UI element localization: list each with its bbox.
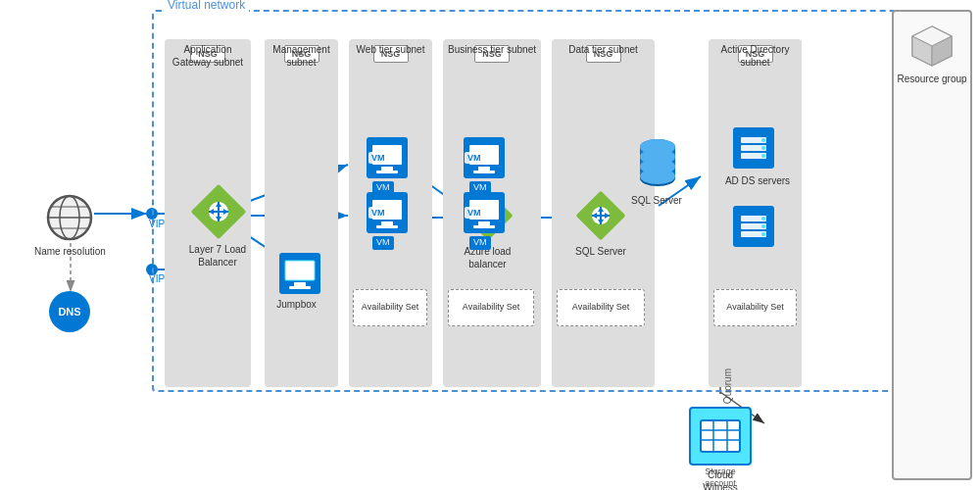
svg-point-82 <box>761 146 765 150</box>
adds-vm1-icon <box>733 127 774 171</box>
subnet-app-gateway-label: Application Gateway subnet <box>165 43 251 69</box>
quorum-label: Quorum <box>721 368 734 404</box>
web-avail-set-label: Availability Set <box>362 302 418 314</box>
azure-lb2-label: SQL Server <box>562 245 640 258</box>
sql-server-icon <box>637 137 678 190</box>
virtual-network-label: Virtual network <box>164 0 249 12</box>
subnet-web-tier-label: Web tier subnet <box>357 43 425 56</box>
svg-rect-56 <box>478 167 490 171</box>
svg-point-90 <box>761 232 765 236</box>
cloud-witness-container: Cloud Witness Storage account <box>689 407 752 466</box>
svg-text:DNS: DNS <box>58 306 80 318</box>
resource-group: Resource group <box>892 10 972 480</box>
biz-vm2-text: VM <box>465 207 484 219</box>
svg-rect-44 <box>381 221 393 225</box>
layer7-lb-label: Layer 7 Load Balancer <box>178 243 257 269</box>
sql-server-label: SQL Server <box>627 194 686 207</box>
svg-rect-41 <box>376 171 398 173</box>
adds-label: AD DS servers <box>722 174 793 187</box>
ad-avail-set-label: Availability Set <box>726 302 783 314</box>
biz-vm2-label: VM <box>469 236 491 250</box>
biz-avail-set-label: Availability Set <box>463 302 519 314</box>
subnet-management-label: Management subnet <box>265 43 338 69</box>
svg-rect-36 <box>294 282 306 286</box>
svg-point-83 <box>761 154 765 158</box>
data-avail-set-label: Availability Set <box>572 302 629 314</box>
storage-account-label: Storage account <box>689 466 752 489</box>
svg-rect-60 <box>478 221 490 225</box>
svg-point-89 <box>761 224 765 228</box>
subnet-ad-label: Active Directory subnet <box>709 43 802 69</box>
globe-icon <box>44 192 95 245</box>
svg-rect-57 <box>473 171 495 173</box>
svg-rect-45 <box>376 225 398 228</box>
svg-rect-37 <box>289 286 311 289</box>
name-resolution-label: Name resolution <box>34 245 106 258</box>
adds-vm2-icon <box>733 206 774 249</box>
jumpbox-label: Jumpbox <box>270 298 323 311</box>
svg-point-81 <box>761 138 765 142</box>
resource-group-label: Resource group <box>894 73 970 85</box>
svg-point-88 <box>761 217 765 220</box>
svg-rect-40 <box>381 167 393 171</box>
dns-icon: DNS <box>47 289 92 336</box>
web-vm2-label: VM <box>372 236 394 250</box>
data-availability-set: Availability Set <box>557 289 645 326</box>
subnet-business-label: Business tier subnet <box>448 43 536 56</box>
subnet-management: Management subnet NSG <box>265 39 338 387</box>
biz-availability-set: Availability Set <box>448 289 534 326</box>
ad-availability-set: Availability Set <box>713 289 797 326</box>
svg-rect-95 <box>701 420 740 452</box>
subnet-data-label: Data tier subnet <box>568 43 638 56</box>
svg-rect-34 <box>285 261 315 280</box>
svg-rect-61 <box>473 225 495 228</box>
architecture-diagram: Name resolution VIP VIP DNS Virtual netw… <box>0 0 980 490</box>
web-vm1-text: VM <box>368 152 388 164</box>
cloud-witness-icon <box>689 407 752 466</box>
resource-group-icon <box>907 22 956 73</box>
jumpbox-vm-icon <box>279 253 320 296</box>
web-vm2-text: VM <box>368 207 388 219</box>
svg-point-76 <box>640 169 675 184</box>
azure-lb2-icon <box>576 191 625 242</box>
biz-vm1-text: VM <box>465 152 484 164</box>
layer7-lb-icon <box>191 184 246 241</box>
web-availability-set: Availability Set <box>353 289 427 326</box>
